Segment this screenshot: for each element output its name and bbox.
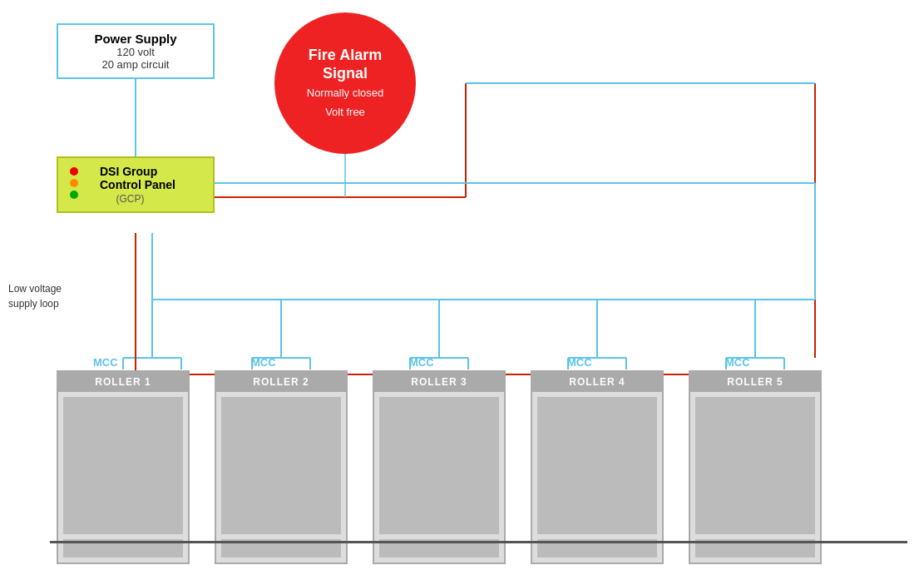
roller-header-1: ROLLER 1: [58, 372, 188, 392]
power-supply-line1: 120 volt: [67, 46, 205, 58]
mcc-label-5: MCC: [725, 356, 750, 369]
low-voltage-label: Low voltagesupply loop: [8, 281, 62, 311]
roller-box-4: ROLLER 4: [531, 370, 664, 564]
dsi-sub: (GCP): [85, 193, 175, 205]
fire-alarm-circle: Fire AlarmSignal Normally closed Volt fr…: [274, 12, 416, 154]
roller-header-3: ROLLER 3: [374, 372, 504, 392]
fire-alarm-sub1: Normally closed: [307, 86, 383, 101]
diagram: Power Supply 120 volt 20 amp circuit Fir…: [0, 0, 924, 570]
roller-box-5: ROLLER 5: [689, 370, 822, 564]
dot-orange: [70, 179, 78, 187]
roller-body-5: [695, 397, 815, 534]
dot-green: [70, 191, 78, 199]
mcc-label-2: MCC: [251, 356, 276, 369]
roller-header-4: ROLLER 4: [532, 372, 662, 392]
mcc-label-4: MCC: [567, 356, 592, 369]
mcc-label-1: MCC: [93, 356, 118, 369]
power-supply-title: Power Supply: [67, 32, 205, 46]
roller-body-1: [63, 397, 183, 534]
roller-header-2: ROLLER 2: [216, 372, 346, 392]
fire-alarm-title: Fire AlarmSignal: [309, 47, 382, 82]
fire-alarm-sub2: Volt free: [325, 105, 365, 120]
power-supply-line2: 20 amp circuit: [67, 58, 205, 71]
dsi-box: DSI Group Control Panel (GCP): [57, 156, 215, 213]
roller-box-1: ROLLER 1: [57, 370, 190, 564]
roller-body-4: [537, 397, 657, 534]
roller-box-3: ROLLER 3: [373, 370, 506, 564]
roller-box-2: ROLLER 2: [215, 370, 348, 564]
roller-header-5: ROLLER 5: [690, 372, 820, 392]
roller-body-3: [379, 397, 499, 534]
dsi-title2: Control Panel: [100, 178, 175, 191]
ground-line: [50, 541, 907, 543]
power-supply-box: Power Supply 120 volt 20 amp circuit: [57, 23, 215, 79]
mcc-label-3: MCC: [409, 356, 434, 369]
low-voltage-text: Low voltagesupply loop: [8, 283, 62, 310]
dsi-title: DSI Group: [100, 165, 175, 178]
roller-body-2: [221, 397, 341, 534]
dot-red: [70, 167, 78, 176]
